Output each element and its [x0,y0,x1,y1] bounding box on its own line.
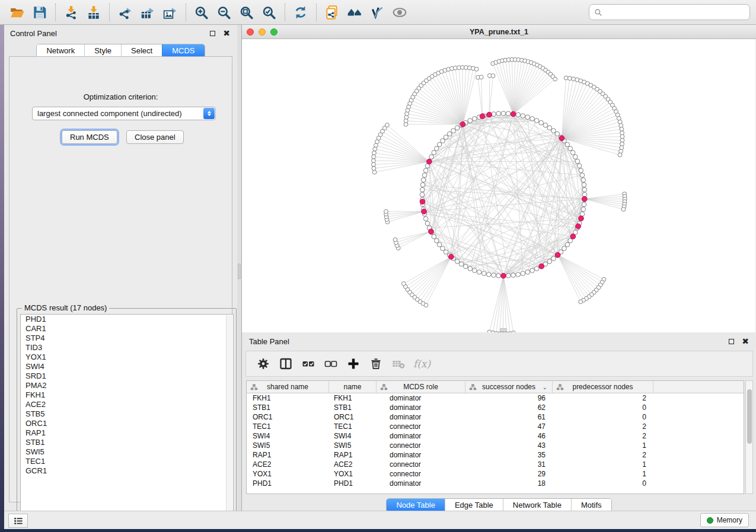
zoom-fit-button[interactable] [235,2,258,23]
tab-node-table[interactable]: Node Table [387,499,445,512]
tab-motifs[interactable]: Motifs [571,499,611,512]
mcds-result-item[interactable]: ACE2 [21,400,233,409]
run-mcds-button[interactable]: Run MCDS [62,130,117,144]
table-row[interactable]: FKH1FKH1dominator962 [247,393,744,403]
table-row[interactable]: ACE2ACE2connector311 [247,460,744,469]
column-header-successor-nodes[interactable]: successor nodes⌄ [465,381,553,393]
memory-status-icon [707,517,713,524]
mcds-result-item[interactable]: CAR1 [21,324,233,334]
vertical-splitter[interactable] [237,25,241,511]
network-window-titlebar[interactable]: YPA_prune.txt_1 [242,25,756,39]
zoom-selected-button[interactable] [258,2,280,23]
eye-disabled-button[interactable] [388,2,411,23]
zoom-out-button[interactable] [213,2,235,23]
mcds-result-item[interactable]: RAP1 [21,428,233,438]
table-scrollbar[interactable] [745,380,753,494]
cell-mcds_role: dominator [377,403,465,412]
column-label: MCDS role [403,383,438,391]
tab-network[interactable]: Network [37,44,84,57]
table-row[interactable]: RAP1RAP1dominator352 [247,450,744,460]
table-row[interactable]: YOX1YOX1connector291 [247,469,744,479]
float-table-panel-icon[interactable] [726,336,736,346]
cell-mcds_role: connector [377,470,465,478]
zoom-in-button[interactable] [190,2,213,23]
add-column-button[interactable] [344,355,362,373]
horizontal-splitter-grip[interactable] [500,328,507,332]
mcds-result-item[interactable]: SRD1 [21,371,233,381]
mcds-result-item[interactable]: STB5 [21,409,233,419]
float-panel-icon[interactable] [208,28,217,38]
table-row[interactable]: SWI4SWI4dominator462 [247,431,744,441]
column-header-predecessor-nodes[interactable]: predecessor nodes [553,381,653,393]
table-toolbar: f(x) [245,351,753,377]
table-row[interactable]: TEC1TEC1connector472 [247,422,744,431]
mcds-result-item[interactable]: PMA2 [21,381,233,390]
select-stepper-icon [203,108,215,119]
mcds-list-scrollbar[interactable] [226,315,232,525]
cell-successor_nodes: 47 [465,422,553,431]
cell-successor_nodes: 29 [465,470,553,478]
tab-mcds[interactable]: MCDS [162,44,204,57]
table-row[interactable]: STB1STB1dominator620 [247,403,744,412]
mcds-result-item[interactable]: STB1 [21,438,233,447]
export-table-button[interactable] [136,2,159,23]
scrollbar-thumb[interactable] [747,389,752,444]
mcds-result-item[interactable]: ORC1 [21,419,233,428]
save-session-button[interactable] [28,2,51,23]
mcds-result-list[interactable]: PHD1CAR1STP4TID3YOX1SWI4SRD1PMA2FKH1ACE2… [20,314,234,525]
export-image-button[interactable] [159,2,181,23]
delete-column-button[interactable] [367,355,385,373]
cell-name: ORC1 [329,413,377,421]
binoculars-find-button[interactable] [343,2,366,23]
desktop-background-bottom [0,529,756,532]
column-header-MCDS-role[interactable]: MCDS role [377,381,465,393]
task-history-button[interactable] [8,514,28,528]
import-network-button[interactable] [60,2,82,23]
tab-style[interactable]: Style [84,44,121,57]
function-builder-button: f(x) [413,358,430,370]
mcds-result-item[interactable]: GCR1 [21,466,233,476]
mcds-result-item[interactable]: SWI5 [21,447,233,457]
table-row[interactable]: PHD1PHD1dominator180 [247,479,744,488]
split-columns-button[interactable] [277,355,295,373]
table-panel: Table Panel ✖ f(x) shared namenameMCDS r… [241,333,756,511]
gear-button[interactable] [254,355,272,373]
optimization-criterion-label: Optimization criterion: [9,92,232,101]
delete-column-icon [369,357,383,371]
tab-select[interactable]: Select [121,44,162,57]
mcds-result-item[interactable]: YOX1 [21,352,233,362]
memory-button[interactable]: Memory [700,513,749,527]
refresh-view-button[interactable] [289,2,312,23]
toggle-visibility-button[interactable] [366,2,388,23]
open-file-button[interactable] [6,2,28,23]
tab-edge-table[interactable]: Edge Table [445,499,503,512]
close-table-panel-icon[interactable]: ✖ [741,336,750,346]
node-table[interactable]: shared namenameMCDS rolesuccessor nodes⌄… [246,380,744,494]
close-panel-button[interactable]: Close panel [126,130,184,144]
unselect-all-checks-button[interactable] [322,355,340,373]
cell-predecessor_nodes: 1 [553,470,653,478]
cell-predecessor_nodes: 1 [553,441,653,450]
import-table-button[interactable] [82,2,105,23]
tab-network-table[interactable]: Network Table [503,499,571,512]
table-row[interactable]: SWI5SWI5connector431 [247,441,744,450]
mcds-result-item[interactable]: SWI4 [21,362,233,371]
column-header-shared-name[interactable]: shared name [247,381,329,393]
close-panel-icon[interactable]: ✖ [222,28,231,38]
export-image-icon [162,5,178,20]
mcds-result-item[interactable]: TEC1 [21,457,233,466]
search-box[interactable] [589,4,750,20]
table-row[interactable]: ORC1ORC1dominator610 [247,412,744,422]
network-canvas[interactable] [242,39,755,332]
criterion-select[interactable]: largest connected component (undirected) [32,107,216,120]
column-header-name[interactable]: name [329,381,377,393]
mcds-result-item[interactable]: TID3 [21,343,233,352]
mcds-result-item[interactable]: STP4 [21,334,233,343]
select-all-checks-button[interactable] [299,355,317,373]
search-input[interactable] [606,8,745,17]
new-network-from-selection-button[interactable] [321,2,343,23]
mcds-result-item[interactable]: PHD1 [21,315,233,324]
mcds-result-item[interactable]: FKH1 [21,390,233,400]
export-network-button[interactable] [114,2,136,23]
splitter-grip[interactable] [238,264,241,279]
